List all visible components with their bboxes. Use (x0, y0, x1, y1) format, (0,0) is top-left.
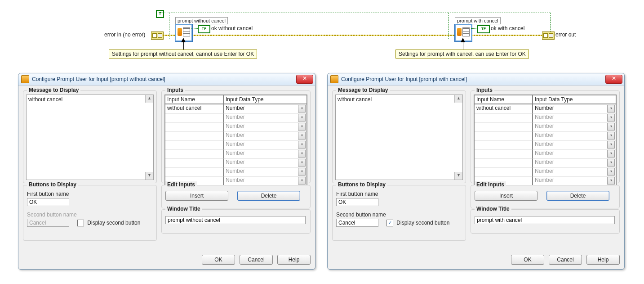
cell-input-type[interactable]: Number▾ (224, 167, 306, 176)
dropdown-arrow-icon[interactable]: ▾ (298, 159, 306, 167)
window-title-input[interactable] (165, 216, 306, 224)
cell-input-type[interactable]: Number▾ (224, 140, 306, 149)
col-input-type[interactable]: Input Data Type (224, 95, 306, 104)
cell-input-name[interactable] (475, 140, 533, 149)
dropdown-arrow-icon[interactable]: ▾ (607, 123, 615, 131)
second-button-input[interactable] (336, 219, 378, 227)
table-row[interactable]: Number▾ (475, 149, 616, 158)
comment-1[interactable]: Settings for prompt without cancel, cann… (109, 50, 257, 59)
dropdown-arrow-icon[interactable]: ▾ (607, 168, 615, 176)
dropdown-arrow-icon[interactable]: ▾ (607, 114, 615, 122)
cell-input-type[interactable]: Number▾ (533, 149, 616, 158)
node2-label[interactable]: prompt with cancel (455, 17, 501, 24)
cell-input-type[interactable]: Number▾ (533, 131, 616, 140)
col-input-type[interactable]: Input Data Type (533, 95, 616, 104)
table-row[interactable]: Number▾ (165, 131, 306, 140)
titlebar[interactable]: Configure Prompt User for Input [prompt … (18, 73, 315, 86)
cancel-button[interactable]: Cancel (549, 255, 582, 265)
cell-input-type[interactable]: Number▾ (224, 131, 306, 140)
table-row[interactable]: Number▾ (475, 140, 616, 149)
dropdown-arrow-icon[interactable]: ▾ (607, 105, 615, 113)
col-input-name[interactable]: Input Name (475, 95, 533, 104)
message-textarea[interactable]: without cancel ▲ ▼ (335, 95, 463, 180)
col-input-name[interactable]: Input Name (165, 95, 224, 104)
table-row[interactable]: without cancelNumber▾ (475, 104, 616, 113)
message-textarea[interactable]: without cancel ▲ ▼ (26, 95, 154, 180)
scroll-down-icon[interactable]: ▼ (145, 172, 153, 180)
dropdown-arrow-icon[interactable]: ▾ (607, 141, 615, 149)
cell-input-name[interactable] (475, 122, 533, 131)
error-out-terminal[interactable] (542, 32, 555, 40)
display-second-checkbox[interactable] (77, 220, 84, 226)
cell-input-type[interactable]: Number▾ (224, 122, 306, 131)
comment-2[interactable]: Settings for prompt with cancel, can use… (395, 50, 529, 59)
cell-input-name[interactable] (475, 158, 533, 167)
cell-input-name[interactable] (165, 149, 224, 158)
cell-input-type[interactable]: Number▾ (224, 149, 306, 158)
ok-button[interactable]: OK (511, 255, 544, 265)
dropdown-arrow-icon[interactable]: ▾ (298, 141, 306, 149)
tf-indicator-1[interactable]: TF (198, 25, 210, 33)
delete-button[interactable]: Delete (237, 191, 300, 201)
error-in-terminal[interactable] (151, 32, 164, 40)
dropdown-arrow-icon[interactable]: ▾ (298, 150, 306, 158)
scroll-up-icon[interactable]: ▲ (145, 95, 153, 103)
table-row[interactable]: Number▾ (475, 167, 616, 176)
dropdown-arrow-icon[interactable]: ▾ (298, 105, 306, 113)
cell-input-name[interactable] (165, 131, 224, 140)
cell-input-name[interactable] (165, 140, 224, 149)
cell-input-name[interactable] (475, 149, 533, 158)
cell-input-name[interactable] (165, 122, 224, 131)
first-button-input[interactable] (27, 198, 69, 206)
cell-input-type[interactable]: Number▾ (533, 140, 616, 149)
window-title-input[interactable] (475, 216, 615, 224)
cell-input-name[interactable] (165, 167, 224, 176)
cell-input-type[interactable]: Number▾ (224, 158, 306, 167)
dropdown-arrow-icon[interactable]: ▾ (298, 132, 306, 140)
cell-input-name[interactable] (475, 167, 533, 176)
dropdown-arrow-icon[interactable]: ▾ (607, 177, 615, 185)
delete-button[interactable]: Delete (546, 191, 609, 201)
close-button[interactable]: ✕ (296, 75, 313, 84)
cell-input-name[interactable] (165, 158, 224, 167)
cell-input-type[interactable]: Number▾ (533, 167, 616, 176)
cancel-button[interactable]: Cancel (240, 255, 273, 265)
dropdown-arrow-icon[interactable]: ▾ (298, 123, 306, 131)
table-row[interactable]: Number▾ (165, 167, 306, 176)
dropdown-arrow-icon[interactable]: ▾ (607, 132, 615, 140)
table-row[interactable]: Number▾ (165, 113, 306, 122)
dropdown-arrow-icon[interactable]: ▾ (607, 159, 615, 167)
node1-label[interactable]: prompt without cancel (175, 17, 228, 24)
scroll-up-icon[interactable]: ▲ (454, 95, 462, 103)
cell-input-type[interactable]: Number▾ (224, 176, 306, 185)
table-row[interactable]: Number▾ (165, 140, 306, 149)
cell-input-type[interactable]: Number▾ (533, 122, 616, 131)
help-button[interactable]: Help (277, 255, 311, 265)
cell-input-type[interactable]: Number▾ (533, 176, 616, 185)
cell-input-type[interactable]: Number▾ (533, 113, 616, 122)
cell-input-type[interactable]: Number▾ (224, 113, 306, 122)
dropdown-arrow-icon[interactable]: ▾ (607, 150, 615, 158)
cell-input-name[interactable] (475, 131, 533, 140)
cell-input-type[interactable]: Number▾ (533, 104, 616, 113)
dropdown-arrow-icon[interactable]: ▾ (298, 177, 306, 185)
display-second-checkbox[interactable]: ✓ (386, 220, 393, 226)
table-row[interactable]: Number▾ (165, 149, 306, 158)
titlebar[interactable]: Configure Prompt User for Input [prompt … (328, 73, 624, 86)
cell-input-type[interactable]: Number▾ (533, 158, 616, 167)
table-row[interactable]: Number▾ (475, 158, 616, 167)
cell-input-type[interactable]: Number▾ (224, 104, 306, 113)
insert-button[interactable]: Insert (475, 191, 537, 201)
table-row[interactable]: Number▾ (475, 131, 616, 140)
first-button-input[interactable] (336, 198, 378, 206)
table-row[interactable]: without cancelNumber▾ (165, 104, 306, 113)
table-row[interactable]: Number▾ (475, 113, 616, 122)
cell-input-name[interactable]: without cancel (475, 104, 533, 113)
cell-input-name[interactable] (475, 113, 533, 122)
scroll-down-icon[interactable]: ▼ (454, 172, 462, 180)
table-row[interactable]: Number▾ (165, 158, 306, 167)
dropdown-arrow-icon[interactable]: ▾ (298, 168, 306, 176)
ok-button[interactable]: OK (202, 255, 235, 265)
tf-indicator-2[interactable]: TF (477, 25, 490, 33)
dropdown-arrow-icon[interactable]: ▾ (298, 114, 306, 122)
